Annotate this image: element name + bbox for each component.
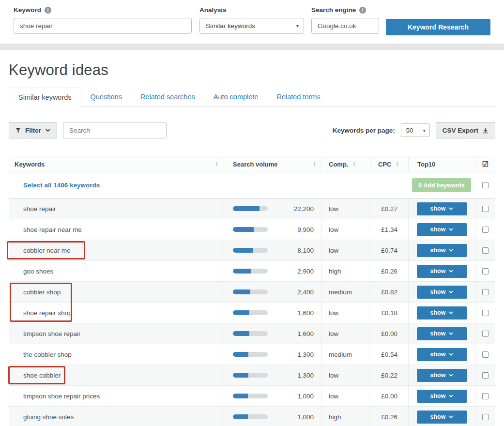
volume-value: 1,600 [268,330,314,337]
volume-value: 9,900 [268,226,314,233]
row-checkbox[interactable] [482,372,489,379]
keyword-cell: shoe repair near me [23,226,82,233]
search-form: Keyword i Analysis Similar keywords ▾ Se… [0,0,504,44]
analysis-field-group: Analysis Similar keywords ▾ [199,6,304,34]
table-row: shoe repair near me 9,900 low £1.34 show [9,219,495,240]
table-row: shoe repair 22,200 low £0.27 show [9,198,495,219]
keyword-cell: timpson shoe repair prices [23,393,100,400]
volume-value: 1,300 [268,351,314,358]
volume-bar [233,394,268,398]
select-all-link[interactable]: Select all 1406 keywords [23,182,100,189]
search-engine-input[interactable] [311,18,379,34]
show-button[interactable]: show [417,327,467,340]
info-icon[interactable]: i [45,7,51,14]
per-page-select[interactable]: 50 ▾ [401,123,430,137]
show-button[interactable]: show [417,244,467,257]
cpc-value: £0.26 [370,261,408,281]
row-checkbox[interactable] [482,289,489,295]
page-title: Keyword ideas [9,61,495,79]
tab-similar-keywords[interactable]: Similar keywords [9,88,81,107]
competition-value: low [321,386,370,406]
keyword-cell: goo shoes [23,268,53,275]
show-button[interactable]: show [417,223,467,236]
tab-questions[interactable]: Questions [81,88,131,106]
info-icon[interactable]: i [359,7,366,14]
show-button[interactable]: show [417,411,467,424]
row-checkbox[interactable] [482,227,489,233]
analysis-select[interactable]: Similar keywords ▾ [199,18,304,34]
chevron-down-icon [449,311,453,314]
per-page-label: Keywords per page: [333,127,395,134]
per-page-value: 50 [406,127,413,134]
header-comp[interactable]: Comp. ▲▼ [321,156,370,172]
select-all-checkbox[interactable] [482,182,489,188]
volume-bar [233,310,268,315]
filter-button[interactable]: Filter [9,122,57,138]
volume-bar [233,289,268,294]
header-cpc[interactable]: CPC ▲▼ [370,156,408,172]
chevron-down-icon [449,332,453,335]
header-select-all-icon[interactable]: ☑ [475,156,495,172]
competition-value: high [321,407,370,426]
row-checkbox[interactable] [482,331,489,337]
select-all-row: Select all 1406 keywords 0 Add keywords [9,172,495,198]
keyword-cell: gluing shoe soles [23,413,74,421]
csv-export-button[interactable]: CSV Export [436,122,495,138]
header-keywords[interactable]: Keywords ▲▼ [9,156,224,172]
show-button[interactable]: show [417,390,467,403]
table-row: goo shoes 2,900 high £0.26 show [9,261,495,282]
competition-value: medium [321,282,370,302]
volume-value: 1,300 [268,372,314,379]
csv-export-label: CSV Export [443,127,478,134]
table-row: cobbler near me 8,100 low £0.74 show [9,240,495,261]
chevron-down-icon [449,207,453,210]
competition-value: low [321,219,370,240]
show-button[interactable]: show [417,306,467,320]
sort-icon: ▲▼ [313,161,316,167]
competition-value: low [321,365,370,385]
tab-related-searches[interactable]: Related searches [131,88,204,106]
table-row: cobbler shop 2,400 medium £0.82 show [9,282,495,303]
search-input[interactable] [63,122,167,138]
show-button[interactable]: show [417,286,467,299]
table-row: timpson shoe repair prices 1,000 low £0.… [9,386,495,407]
keyword-cell: timpson shoe repair [23,330,81,337]
keyword-research-button[interactable]: Keyword Research [386,19,490,35]
tab-related-terms[interactable]: Related terms [267,88,329,106]
row-checkbox[interactable] [482,351,489,358]
keyword-cell: shoe cobbler [23,372,61,379]
row-checkbox[interactable] [482,268,489,274]
competition-value: low [321,198,370,219]
table-body: shoe repair 22,200 low £0.27 show shoe r… [9,198,495,426]
volume-value: 2,900 [268,268,314,275]
show-button[interactable]: show [417,265,467,278]
header-search-volume[interactable]: Search volume ▲▼ [224,156,321,172]
table-row: shoe repair shop 1,600 low £0.18 show [9,303,495,323]
row-checkbox[interactable] [482,393,489,399]
show-button[interactable]: show [417,202,467,215]
competition-value: high [321,261,370,281]
cpc-value: £0.82 [370,282,408,302]
competition-value: low [321,303,370,323]
cpc-value: £0.22 [370,365,408,385]
table-row: the cobbler shop 1,300 medium £0.54 show [9,344,495,365]
tab-auto-complete[interactable]: Auto complete [204,88,268,106]
toolbar: Filter Keywords per page: 50 ▾ CSV Expor… [9,122,495,138]
row-checkbox[interactable] [482,414,489,420]
row-checkbox[interactable] [482,310,489,316]
download-icon [483,127,489,134]
table-header: Keywords ▲▼ Search volume ▲▼ Comp. ▲▼ CP… [9,156,495,172]
cpc-value: £0.54 [370,344,408,365]
volume-bar [233,352,268,357]
show-button[interactable]: show [417,369,467,382]
chevron-down-icon: ▾ [423,128,426,133]
filter-icon [15,128,21,133]
row-checkbox[interactable] [482,206,489,212]
keyword-label: Keyword [14,6,41,14]
competition-value: low [321,240,370,260]
show-button[interactable]: show [417,348,467,361]
add-keywords-button[interactable]: 0 Add keywords [412,178,471,192]
keyword-input[interactable] [14,18,192,34]
cpc-value: £0.00 [370,386,408,406]
row-checkbox[interactable] [482,247,489,254]
